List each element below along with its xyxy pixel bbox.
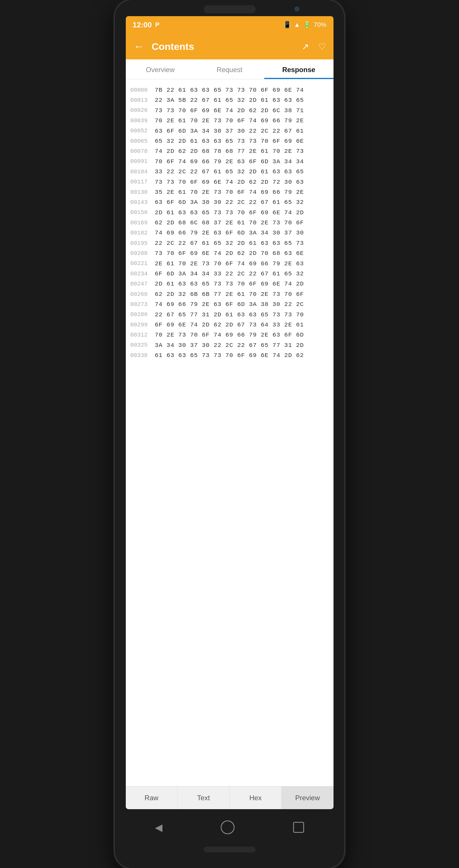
hex-offset: 00247	[130, 280, 155, 288]
app-bar-actions: ↗ ♡	[300, 40, 328, 53]
hex-row: 00091 70 6F 74 69 66 79 2E 63 6F 6D 3A 3…	[130, 157, 329, 167]
battery-icon: 🔋	[303, 21, 311, 29]
hex-row: 00169 62 2D 68 6C 68 37 2E 61 70 2E 73 7…	[130, 218, 329, 228]
hex-row: 00273 74 69 66 79 2E 63 6F 6D 3A 38 30 2…	[130, 299, 329, 309]
hex-values: 35 2E 61 70 2E 73 70 6F 74 69 66 79 2E	[155, 188, 329, 196]
hex-offset: 00117	[130, 178, 155, 186]
favorite-icon[interactable]: ♡	[316, 40, 328, 53]
hex-row: 00117 73 73 70 6F 69 6E 74 2D 62 2D 72 3…	[130, 177, 329, 187]
hex-values: 63 6F 6D 3A 34 30 37 30 22 2C 22 67 61	[155, 127, 329, 135]
hex-offset: 00338	[130, 351, 155, 360]
phone-screen: 12:00 P 📳 ▲ 🔋 70% ← Contents ↗ ♡ Overvie…	[126, 16, 334, 809]
hex-offset: 00273	[130, 301, 155, 309]
tabs-bar: Overview Request Response	[126, 59, 334, 79]
phone-bottom-bar: ◀	[126, 811, 334, 843]
hex-offset: 00169	[130, 219, 155, 227]
hex-values: 73 70 6F 69 6E 74 2D 62 2D 70 68 63 6E	[155, 249, 329, 257]
hex-values: 73 73 70 6F 69 6E 74 2D 62 2D 6C 38 71	[155, 106, 329, 115]
content-area: 00000 7B 22 61 63 63 65 73 73 70 6F 69 6…	[126, 79, 334, 786]
hex-row: 00000 7B 22 61 63 63 65 73 73 70 6F 69 6…	[130, 85, 329, 95]
hex-row: 00052 63 6F 6D 3A 34 30 37 30 22 2C 22 6…	[130, 126, 329, 136]
hex-table: 00000 7B 22 61 63 63 65 73 73 70 6F 69 6…	[130, 85, 329, 361]
hex-offset: 00130	[130, 188, 155, 196]
hex-row: 00065 65 32 2D 61 63 63 65 73 73 70 6F 6…	[130, 136, 329, 146]
status-p-icon: P	[155, 21, 159, 29]
hex-values: 70 2E 73 70 6F 74 69 66 79 2E 63 6F 6D	[155, 331, 329, 339]
hex-offset: 00260	[130, 290, 155, 299]
hex-row: 00156 2D 61 63 63 65 73 73 70 6F 69 6E 7…	[130, 208, 329, 218]
speaker	[204, 5, 255, 13]
bottom-tabs: Raw Text Hex Preview	[126, 786, 334, 809]
hex-row: 00039 70 2E 61 70 2E 73 70 6F 74 69 66 7…	[130, 116, 329, 126]
status-right: 📳 ▲ 🔋 70%	[283, 21, 327, 29]
hex-values: 33 22 2C 22 67 61 65 32 2D 61 63 63 65	[155, 167, 329, 176]
hex-offset: 00143	[130, 198, 155, 207]
share-icon[interactable]: ↗	[300, 40, 311, 53]
hex-values: 2E 61 70 2E 73 70 6F 74 69 66 79 2E 63	[155, 259, 329, 268]
bottom-tab-preview[interactable]: Preview	[282, 786, 333, 809]
hex-offset: 00104	[130, 168, 155, 176]
hex-offset: 00026	[130, 106, 155, 115]
hex-values: 62 2D 32 6B 6B 77 2E 61 70 2E 73 70 6F	[155, 290, 329, 299]
hex-values: 70 6F 74 69 66 79 2E 63 6F 6D 3A 34 34	[155, 157, 329, 166]
nav-recents-button[interactable]	[293, 822, 304, 833]
hex-values: 74 2D 62 2D 68 78 68 77 2E 61 70 2E 73	[155, 147, 329, 155]
hex-offset: 00182	[130, 229, 155, 237]
bottom-tab-text[interactable]: Text	[178, 786, 230, 809]
hex-values: 62 2D 68 6C 68 37 2E 61 70 2E 73 70 6F	[155, 219, 329, 227]
hex-offset: 00156	[130, 209, 155, 217]
status-left: 12:00 P	[133, 21, 159, 29]
hex-values: 61 63 63 65 73 73 70 6F 69 6E 74 2D 62	[155, 351, 329, 360]
hex-row: 00338 61 63 63 65 73 73 70 6F 69 6E 74 2…	[130, 350, 329, 361]
hex-values: 22 3A 5B 22 67 61 65 32 2D 61 63 63 65	[155, 96, 329, 104]
hex-values: 70 2E 61 70 2E 73 70 6F 74 69 66 79 2E	[155, 117, 329, 125]
hex-values: 65 32 2D 61 63 63 65 73 73 70 6F 69 6E	[155, 137, 329, 145]
hex-row: 00130 35 2E 61 70 2E 73 70 6F 74 69 66 7…	[130, 187, 329, 197]
hex-values: 74 69 66 79 2E 63 6F 6D 3A 38 30 22 2C	[155, 300, 329, 309]
hex-row: 00234 6F 6D 3A 34 34 33 22 2C 22 67 61 6…	[130, 269, 329, 279]
hex-row: 00182 74 69 66 79 2E 63 6F 6D 3A 34 30 3…	[130, 228, 329, 238]
hex-row: 00312 70 2E 73 70 6F 74 69 66 79 2E 63 6…	[130, 330, 329, 340]
hex-values: 22 67 65 77 31 2D 61 63 63 65 73 73 70	[155, 311, 329, 319]
tab-request[interactable]: Request	[195, 59, 264, 79]
hex-values: 7B 22 61 63 63 65 73 73 70 6F 69 6E 74	[155, 86, 329, 94]
hex-offset: 00312	[130, 331, 155, 339]
battery-level: 70%	[314, 21, 326, 29]
hex-row: 00299 6F 69 6E 74 2D 62 2D 67 73 64 33 2…	[130, 320, 329, 330]
hex-offset: 00286	[130, 311, 155, 319]
hex-row: 00325 3A 34 30 37 30 22 2C 22 67 65 77 3…	[130, 340, 329, 350]
hex-row: 00078 74 2D 62 2D 68 78 68 77 2E 61 70 2…	[130, 146, 329, 156]
bottom-tab-raw[interactable]: Raw	[126, 786, 178, 809]
vibrate-icon: 📳	[283, 21, 291, 29]
hex-row: 00221 2E 61 70 2E 73 70 6F 74 69 66 79 2…	[130, 259, 329, 269]
back-button[interactable]: ←	[131, 38, 149, 55]
hex-offset: 00234	[130, 270, 155, 278]
app-title: Contents	[149, 41, 300, 52]
hex-values: 63 6F 6D 3A 38 30 22 2C 22 67 61 65 32	[155, 198, 329, 207]
bottom-tab-hex[interactable]: Hex	[230, 786, 282, 809]
hex-row: 00195 22 2C 22 67 61 65 32 2D 61 63 63 6…	[130, 238, 329, 248]
nav-back-button[interactable]: ◀	[155, 822, 162, 833]
tab-overview[interactable]: Overview	[126, 59, 195, 79]
hex-row: 00143 63 6F 6D 3A 38 30 22 2C 22 67 61 6…	[130, 197, 329, 207]
hex-values: 22 2C 22 67 61 65 32 2D 61 63 63 65 73	[155, 239, 329, 247]
hex-row: 00286 22 67 65 77 31 2D 61 63 63 65 73 7…	[130, 310, 329, 320]
hex-offset: 00195	[130, 239, 155, 247]
hex-row: 00208 73 70 6F 69 6E 74 2D 62 2D 70 68 6…	[130, 248, 329, 258]
hex-offset: 00065	[130, 137, 155, 145]
hex-values: 3A 34 30 37 30 22 2C 22 67 65 77 31 2D	[155, 341, 329, 349]
hex-offset: 00221	[130, 259, 155, 268]
hex-offset: 00078	[130, 147, 155, 155]
hex-values: 2D 61 63 63 65 73 73 70 6F 69 6E 74 2D	[155, 280, 329, 288]
tab-response[interactable]: Response	[264, 59, 334, 79]
status-bar: 12:00 P 📳 ▲ 🔋 70%	[126, 16, 334, 33]
wifi-icon: ▲	[294, 21, 300, 29]
hex-values: 2D 61 63 63 65 73 73 70 6F 69 6E 74 2D	[155, 209, 329, 217]
hex-offset: 00091	[130, 157, 155, 165]
front-camera	[294, 6, 300, 11]
phone-top-bar	[115, 0, 344, 16]
nav-home-button[interactable]	[221, 820, 235, 834]
phone-chin	[204, 847, 255, 852]
hex-row: 00247 2D 61 63 63 65 73 73 70 6F 69 6E 7…	[130, 279, 329, 289]
hex-values: 6F 69 6E 74 2D 62 2D 67 73 64 33 2E 61	[155, 321, 329, 329]
